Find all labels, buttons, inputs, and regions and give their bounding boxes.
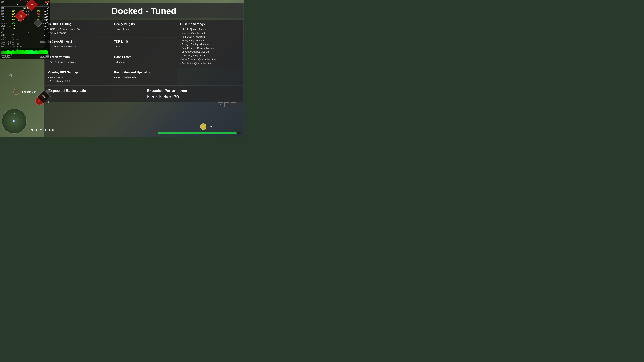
spell-bottom[interactable]: ❋ xyxy=(14,9,27,22)
version-row5: Proton GE-Proton7-51 xyxy=(1,43,49,45)
bios-tuning-cell: In BIOS / Tuning - 4GB UMA Frame Buffer … xyxy=(45,20,111,37)
performance-value: Near-locked 30 xyxy=(147,94,240,99)
spell-wheel: ✦ ✶ ❋ RT ✦ xyxy=(0,0,41,26)
bios-item-1: - OC or UV+OC xyxy=(48,31,108,35)
battery-life-cell: Expected Battery Life ∞ xyxy=(45,86,144,102)
action-icon-grid: ⠿ xyxy=(231,102,236,107)
in-game-cell: In-Game Settings - Effects Quality: Medi… xyxy=(177,20,242,68)
mana-icon: ⚡ xyxy=(200,123,206,130)
cpu-watt: 4W xyxy=(48,7,49,10)
tdp-cell: TDP Limit - N/A xyxy=(111,37,177,53)
player-dot xyxy=(13,120,15,122)
north-indicator: N xyxy=(14,112,15,114)
bios-item-0: - 4GB UMA Frame Buffer Size xyxy=(48,27,108,31)
action-icon-grid-small: ⚬⚬ xyxy=(224,102,230,107)
proton-title: Proton Version xyxy=(48,55,108,59)
pet-name: Puffskein Den xyxy=(21,90,36,93)
cryo-cell: In CryoUtilities 2 - Recommended Setting… xyxy=(45,37,111,53)
player-level: 24 xyxy=(210,126,214,129)
minimap-circle: N xyxy=(2,109,27,134)
lb-badge: LB xyxy=(46,90,50,92)
vkd3d-row: VKD3D 28FPS 36.2ms xyxy=(1,34,49,37)
batt-row: BATT ▮ ⚡ xyxy=(1,31,49,34)
frametime-graph xyxy=(1,48,48,54)
resolution-title: Resolution and Upscaling xyxy=(114,71,174,74)
spell-right[interactable]: ✶ xyxy=(26,0,38,11)
battery-life-title: Expected Battery Life xyxy=(48,88,141,93)
minimap-container: N xyxy=(2,109,27,134)
location-name: RIVERS EDGE xyxy=(29,128,56,132)
gpu-temp: 85°C xyxy=(45,1,50,3)
health-bar-fill xyxy=(158,132,237,134)
performance-title: Expected Performance xyxy=(147,88,240,93)
version-row3: Mesa 23.1.0-devel (git-162831b97) xyxy=(1,41,49,43)
action-bar: △ ⚬⚬ ⠿ xyxy=(218,102,236,107)
frametime-label: min: 17.3ms, max: 67.1ms xyxy=(1,45,49,48)
gpu-mem-clock: 2860MHz xyxy=(42,3,49,6)
rt-badge: RT xyxy=(23,7,26,9)
quick-item-slot[interactable]: 🪶 LB 6 xyxy=(39,92,49,102)
performance-cell: Expected Performance Near-locked 30 xyxy=(144,86,242,102)
pet-indicator: 🐾 Puffskein Den xyxy=(14,89,36,95)
base-preset-cell: Base Preset - Medium xyxy=(111,53,177,68)
ram-row: RAM 9.1GiB 0.1GiB xyxy=(1,28,49,31)
action-icon-triangle: △ xyxy=(218,102,223,107)
in-game-title: In-Game Settings xyxy=(180,22,240,26)
version-row2: AMD Custom GPU 0405 xyxy=(1,39,49,41)
settings-grid: In BIOS / Tuning - 4GB UMA Frame Buffer … xyxy=(45,20,242,85)
resolution-cell: Resolution and Upscaling - FSR 2 (Balanc… xyxy=(111,68,177,85)
spell-top[interactable]: ✦ xyxy=(14,0,27,1)
decky-plugins-cell: Decky Plugins - PowerTools xyxy=(111,20,177,37)
settings-overlay: Docked - Tuned In BIOS / Tuning - 4GB UM… xyxy=(44,3,244,137)
overlay-fps-cell: Overlay FPS Settings - FPS limit: 30 - R… xyxy=(45,68,111,85)
health-bar-container xyxy=(158,132,241,134)
battery-life-value: ∞ xyxy=(48,94,141,99)
item-count: 6 xyxy=(47,101,50,103)
bios-tuning-title: In BIOS / Tuning xyxy=(48,22,108,26)
cryo-title: In CryoUtilities 2 xyxy=(48,40,108,43)
overlay-fps-title: Overlay FPS Settings xyxy=(48,71,108,74)
frame-count-row: Frame Count 7111 xyxy=(1,54,49,56)
corner-icon: ✦ xyxy=(33,18,42,27)
bottom-info: Expected Battery Life ∞ Expected Perform… xyxy=(45,86,242,102)
compass-arrow: ◁ xyxy=(9,73,12,77)
decky-item-0: - PowerTools xyxy=(114,27,174,31)
pet-icon: 🐾 xyxy=(14,89,19,95)
tdp-title: TDP Limit xyxy=(114,40,174,43)
base-preset-title: Base Preset xyxy=(114,55,174,59)
panel-title: Docked - Tuned xyxy=(45,3,242,18)
resolution-row: Resolution 1920x1080 xyxy=(1,56,49,58)
version-row1: 2.8.0/1.3.238 xyxy=(1,37,49,39)
decky-title: Decky Plugins xyxy=(114,22,174,26)
proton-cell: Proton Version - GE-Proton7-51 or higher xyxy=(45,53,111,68)
